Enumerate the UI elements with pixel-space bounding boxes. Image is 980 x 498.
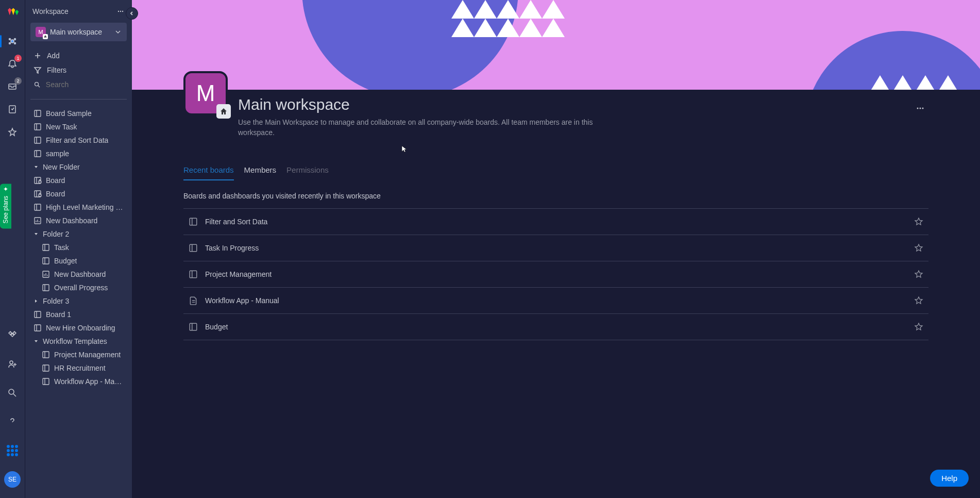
board-name: Workflow App - Manual	[205, 296, 914, 305]
board-tree: Board SampleNew TaskFilter and Sort Data…	[30, 107, 127, 491]
workspace-name: Main workspace	[50, 28, 110, 36]
search-input-wrapper[interactable]	[30, 77, 127, 92]
rail-invite-icon[interactable]	[4, 356, 21, 372]
svg-rect-15	[35, 137, 41, 143]
svg-rect-24	[43, 258, 49, 264]
rail-search-icon[interactable]	[4, 385, 21, 401]
add-button[interactable]: Add	[30, 48, 127, 63]
sidebar-title: Workspace	[32, 7, 69, 15]
board-row[interactable]: Task In Progress	[183, 235, 928, 261]
board-row[interactable]: Budget	[183, 314, 928, 340]
tree-item-label: Folder 3	[43, 297, 69, 305]
tree-item-label: Project Management	[54, 351, 121, 359]
svg-point-10	[120, 11, 121, 12]
star-icon[interactable]	[914, 270, 923, 279]
svg-rect-21	[35, 204, 41, 210]
star-icon[interactable]	[914, 296, 923, 305]
tree-item[interactable]: Budget	[30, 254, 127, 268]
svg-point-9	[118, 11, 119, 12]
board-name: Filter and Sort Data	[205, 218, 914, 226]
tree-item-label: HR Recruitment	[54, 364, 106, 372]
tab-recent-boards[interactable]: Recent boards	[183, 162, 234, 180]
tree-item[interactable]: Filter and Sort Data	[30, 134, 127, 147]
filters-button[interactable]: Filters	[30, 63, 127, 77]
app-logo-icon[interactable]	[5, 6, 20, 21]
list-description: Boards and dashboards you visited recent…	[183, 192, 928, 200]
star-icon[interactable]	[914, 217, 923, 226]
svg-point-0	[11, 40, 14, 43]
rail-apps-grid[interactable]	[4, 442, 21, 459]
tab-permissions[interactable]: Permissions	[286, 162, 329, 180]
svg-rect-23	[43, 244, 49, 251]
see-plans-button[interactable]: See plans	[0, 184, 11, 228]
board-row[interactable]: Workflow App - Manual	[183, 288, 928, 314]
tree-item-label: Board 1	[46, 310, 71, 319]
svg-rect-38	[190, 323, 197, 330]
rail-inbox-icon[interactable]: 2	[4, 78, 21, 95]
rail-help-icon[interactable]	[4, 413, 21, 430]
rail-workspace-icon[interactable]	[4, 33, 21, 49]
svg-rect-26	[43, 285, 49, 291]
tree-item[interactable]: New Dashboard	[30, 214, 127, 227]
tree-item[interactable]: Board	[30, 174, 127, 187]
tree-item[interactable]: New Task	[30, 120, 127, 134]
tree-item[interactable]: HR Recruitment	[30, 361, 127, 375]
tab-members[interactable]: Members	[244, 162, 277, 180]
board-icon	[189, 322, 198, 331]
tree-item[interactable]: Task	[30, 241, 127, 254]
recent-boards-list: Filter and Sort DataTask In ProgressProj…	[183, 208, 928, 340]
svg-rect-36	[190, 244, 197, 252]
tree-item[interactable]: Board	[30, 187, 127, 201]
workspace-selector[interactable]: M Main workspace	[30, 23, 127, 41]
tree-item[interactable]: Folder 2	[30, 227, 127, 241]
tree-item[interactable]: Overall Progress	[30, 281, 127, 294]
collapse-sidebar-button[interactable]	[126, 7, 138, 20]
svg-rect-37	[190, 271, 197, 278]
svg-point-33	[920, 108, 921, 109]
tree-item[interactable]: New Folder	[30, 160, 127, 174]
tree-item[interactable]: New Hire Onboarding	[30, 321, 127, 335]
board-icon	[189, 217, 198, 226]
board-row[interactable]: Project Management	[183, 261, 928, 288]
user-avatar[interactable]: SE	[4, 471, 21, 488]
rail-favorites-icon[interactable]	[4, 124, 21, 140]
tree-item[interactable]: Folder 3	[30, 294, 127, 308]
svg-point-32	[917, 108, 919, 109]
tree-item[interactable]: Project Management	[30, 348, 127, 361]
svg-rect-35	[190, 218, 197, 225]
sidebar-menu-icon[interactable]	[116, 7, 125, 15]
help-button[interactable]: Help	[930, 470, 969, 487]
rail-mywork-icon[interactable]	[4, 101, 21, 118]
tree-item[interactable]: Board Sample	[30, 107, 127, 120]
board-icon	[189, 243, 198, 253]
tree-item-label: New Hire Onboarding	[46, 324, 115, 332]
board-row[interactable]: Filter and Sort Data	[183, 208, 928, 235]
tree-item[interactable]: Workflow Templates	[30, 335, 127, 348]
svg-rect-16	[35, 151, 41, 157]
tree-item[interactable]: Workflow App - Manual	[30, 375, 127, 388]
page-description: Use the Main Workspace to manage and col…	[238, 118, 599, 138]
tabs: Recent boards Members Permissions	[183, 162, 928, 180]
tree-item-label: Workflow App - Manual	[54, 377, 124, 386]
workspace-badge-icon: M	[36, 27, 46, 37]
main-content: M Main workspace Use the Main Workspace …	[132, 0, 980, 498]
svg-rect-28	[35, 325, 41, 331]
tree-item-label: New Dashboard	[54, 270, 106, 278]
tree-item[interactable]: New Dashboard	[30, 268, 127, 281]
tree-item[interactable]: sample	[30, 147, 127, 160]
tree-item-label: New Dashboard	[46, 217, 97, 225]
star-icon[interactable]	[914, 243, 923, 253]
doc-icon	[189, 296, 198, 305]
tree-item[interactable]: High Level Marketing Budg...	[30, 201, 127, 214]
svg-point-3	[9, 43, 11, 44]
star-icon[interactable]	[914, 322, 923, 331]
tree-item-label: Board	[46, 190, 65, 198]
workspace-hero-badge-icon: M	[183, 71, 228, 115]
rail-notifications-icon[interactable]: 1	[4, 56, 21, 72]
tree-item[interactable]: Board 1	[30, 308, 127, 321]
svg-point-7	[10, 361, 13, 364]
rail-apps-icon[interactable]	[4, 327, 21, 343]
svg-point-2	[14, 39, 16, 40]
more-options-button[interactable]	[915, 103, 925, 115]
sidebar-search-input[interactable]	[46, 80, 124, 89]
